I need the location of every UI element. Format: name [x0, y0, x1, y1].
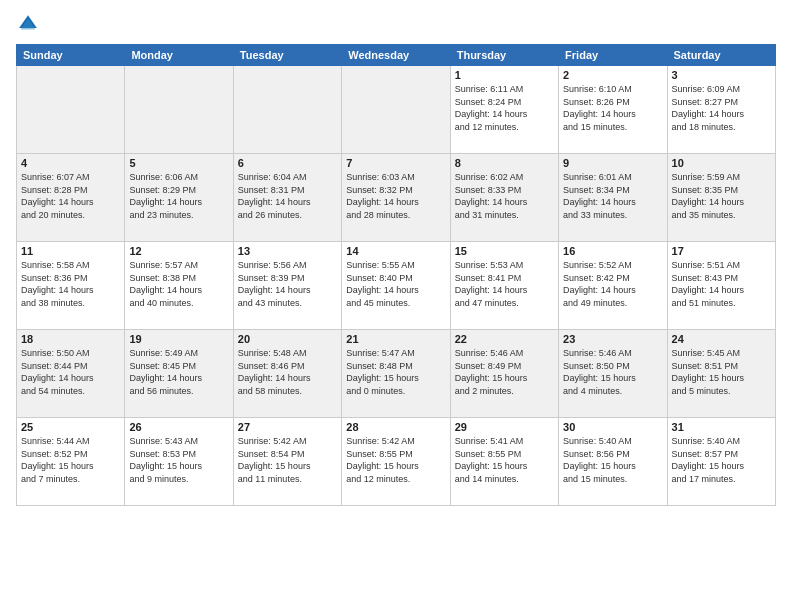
header — [16, 12, 776, 36]
calendar-cell: 14Sunrise: 5:55 AM Sunset: 8:40 PM Dayli… — [342, 242, 450, 330]
day-number: 27 — [238, 421, 337, 433]
day-number: 29 — [455, 421, 554, 433]
day-info: Sunrise: 6:10 AM Sunset: 8:26 PM Dayligh… — [563, 83, 662, 133]
calendar-cell: 3Sunrise: 6:09 AM Sunset: 8:27 PM Daylig… — [667, 66, 775, 154]
day-number: 2 — [563, 69, 662, 81]
calendar-cell: 2Sunrise: 6:10 AM Sunset: 8:26 PM Daylig… — [559, 66, 667, 154]
calendar-week-row: 4Sunrise: 6:07 AM Sunset: 8:28 PM Daylig… — [17, 154, 776, 242]
day-info: Sunrise: 5:51 AM Sunset: 8:43 PM Dayligh… — [672, 259, 771, 309]
day-number: 17 — [672, 245, 771, 257]
logo — [16, 12, 44, 36]
calendar-cell: 1Sunrise: 6:11 AM Sunset: 8:24 PM Daylig… — [450, 66, 558, 154]
calendar-cell: 9Sunrise: 6:01 AM Sunset: 8:34 PM Daylig… — [559, 154, 667, 242]
day-info: Sunrise: 5:46 AM Sunset: 8:50 PM Dayligh… — [563, 347, 662, 397]
day-info: Sunrise: 6:07 AM Sunset: 8:28 PM Dayligh… — [21, 171, 120, 221]
calendar-cell: 7Sunrise: 6:03 AM Sunset: 8:32 PM Daylig… — [342, 154, 450, 242]
calendar-cell — [125, 66, 233, 154]
calendar-cell: 11Sunrise: 5:58 AM Sunset: 8:36 PM Dayli… — [17, 242, 125, 330]
calendar-cell: 20Sunrise: 5:48 AM Sunset: 8:46 PM Dayli… — [233, 330, 341, 418]
weekday-header: Wednesday — [342, 45, 450, 66]
calendar-cell: 28Sunrise: 5:42 AM Sunset: 8:55 PM Dayli… — [342, 418, 450, 506]
day-number: 20 — [238, 333, 337, 345]
day-info: Sunrise: 5:42 AM Sunset: 8:55 PM Dayligh… — [346, 435, 445, 485]
calendar-cell: 15Sunrise: 5:53 AM Sunset: 8:41 PM Dayli… — [450, 242, 558, 330]
day-number: 12 — [129, 245, 228, 257]
day-info: Sunrise: 5:55 AM Sunset: 8:40 PM Dayligh… — [346, 259, 445, 309]
day-info: Sunrise: 6:06 AM Sunset: 8:29 PM Dayligh… — [129, 171, 228, 221]
calendar-week-row: 11Sunrise: 5:58 AM Sunset: 8:36 PM Dayli… — [17, 242, 776, 330]
day-info: Sunrise: 5:48 AM Sunset: 8:46 PM Dayligh… — [238, 347, 337, 397]
day-info: Sunrise: 5:42 AM Sunset: 8:54 PM Dayligh… — [238, 435, 337, 485]
day-number: 26 — [129, 421, 228, 433]
day-info: Sunrise: 5:56 AM Sunset: 8:39 PM Dayligh… — [238, 259, 337, 309]
calendar-cell: 21Sunrise: 5:47 AM Sunset: 8:48 PM Dayli… — [342, 330, 450, 418]
day-number: 19 — [129, 333, 228, 345]
calendar-week-row: 18Sunrise: 5:50 AM Sunset: 8:44 PM Dayli… — [17, 330, 776, 418]
calendar-cell: 4Sunrise: 6:07 AM Sunset: 8:28 PM Daylig… — [17, 154, 125, 242]
calendar-cell: 25Sunrise: 5:44 AM Sunset: 8:52 PM Dayli… — [17, 418, 125, 506]
day-number: 5 — [129, 157, 228, 169]
day-number: 30 — [563, 421, 662, 433]
calendar-cell: 17Sunrise: 5:51 AM Sunset: 8:43 PM Dayli… — [667, 242, 775, 330]
weekday-header: Monday — [125, 45, 233, 66]
day-info: Sunrise: 5:50 AM Sunset: 8:44 PM Dayligh… — [21, 347, 120, 397]
day-info: Sunrise: 6:01 AM Sunset: 8:34 PM Dayligh… — [563, 171, 662, 221]
calendar-cell: 19Sunrise: 5:49 AM Sunset: 8:45 PM Dayli… — [125, 330, 233, 418]
day-number: 18 — [21, 333, 120, 345]
day-info: Sunrise: 5:47 AM Sunset: 8:48 PM Dayligh… — [346, 347, 445, 397]
calendar-cell: 24Sunrise: 5:45 AM Sunset: 8:51 PM Dayli… — [667, 330, 775, 418]
day-info: Sunrise: 5:52 AM Sunset: 8:42 PM Dayligh… — [563, 259, 662, 309]
logo-icon — [16, 12, 40, 36]
day-info: Sunrise: 6:02 AM Sunset: 8:33 PM Dayligh… — [455, 171, 554, 221]
calendar-cell: 23Sunrise: 5:46 AM Sunset: 8:50 PM Dayli… — [559, 330, 667, 418]
day-number: 10 — [672, 157, 771, 169]
day-info: Sunrise: 5:41 AM Sunset: 8:55 PM Dayligh… — [455, 435, 554, 485]
day-info: Sunrise: 5:43 AM Sunset: 8:53 PM Dayligh… — [129, 435, 228, 485]
day-number: 4 — [21, 157, 120, 169]
day-info: Sunrise: 5:45 AM Sunset: 8:51 PM Dayligh… — [672, 347, 771, 397]
weekday-header: Tuesday — [233, 45, 341, 66]
day-number: 28 — [346, 421, 445, 433]
calendar: SundayMondayTuesdayWednesdayThursdayFrid… — [16, 44, 776, 506]
calendar-week-row: 25Sunrise: 5:44 AM Sunset: 8:52 PM Dayli… — [17, 418, 776, 506]
day-info: Sunrise: 5:44 AM Sunset: 8:52 PM Dayligh… — [21, 435, 120, 485]
day-number: 6 — [238, 157, 337, 169]
calendar-cell: 8Sunrise: 6:02 AM Sunset: 8:33 PM Daylig… — [450, 154, 558, 242]
calendar-cell: 31Sunrise: 5:40 AM Sunset: 8:57 PM Dayli… — [667, 418, 775, 506]
day-info: Sunrise: 5:57 AM Sunset: 8:38 PM Dayligh… — [129, 259, 228, 309]
day-number: 22 — [455, 333, 554, 345]
day-info: Sunrise: 5:59 AM Sunset: 8:35 PM Dayligh… — [672, 171, 771, 221]
day-info: Sunrise: 6:11 AM Sunset: 8:24 PM Dayligh… — [455, 83, 554, 133]
day-info: Sunrise: 5:53 AM Sunset: 8:41 PM Dayligh… — [455, 259, 554, 309]
day-number: 16 — [563, 245, 662, 257]
day-info: Sunrise: 5:46 AM Sunset: 8:49 PM Dayligh… — [455, 347, 554, 397]
calendar-cell — [342, 66, 450, 154]
calendar-cell: 26Sunrise: 5:43 AM Sunset: 8:53 PM Dayli… — [125, 418, 233, 506]
calendar-cell — [233, 66, 341, 154]
day-info: Sunrise: 5:49 AM Sunset: 8:45 PM Dayligh… — [129, 347, 228, 397]
day-info: Sunrise: 6:04 AM Sunset: 8:31 PM Dayligh… — [238, 171, 337, 221]
calendar-header-row: SundayMondayTuesdayWednesdayThursdayFrid… — [17, 45, 776, 66]
calendar-cell: 27Sunrise: 5:42 AM Sunset: 8:54 PM Dayli… — [233, 418, 341, 506]
weekday-header: Sunday — [17, 45, 125, 66]
weekday-header: Friday — [559, 45, 667, 66]
day-info: Sunrise: 5:58 AM Sunset: 8:36 PM Dayligh… — [21, 259, 120, 309]
calendar-cell: 6Sunrise: 6:04 AM Sunset: 8:31 PM Daylig… — [233, 154, 341, 242]
calendar-cell: 12Sunrise: 5:57 AM Sunset: 8:38 PM Dayli… — [125, 242, 233, 330]
calendar-cell: 10Sunrise: 5:59 AM Sunset: 8:35 PM Dayli… — [667, 154, 775, 242]
page: SundayMondayTuesdayWednesdayThursdayFrid… — [0, 0, 792, 612]
calendar-cell: 13Sunrise: 5:56 AM Sunset: 8:39 PM Dayli… — [233, 242, 341, 330]
day-info: Sunrise: 5:40 AM Sunset: 8:56 PM Dayligh… — [563, 435, 662, 485]
day-info: Sunrise: 6:09 AM Sunset: 8:27 PM Dayligh… — [672, 83, 771, 133]
day-number: 8 — [455, 157, 554, 169]
day-number: 24 — [672, 333, 771, 345]
weekday-header: Saturday — [667, 45, 775, 66]
calendar-cell — [17, 66, 125, 154]
weekday-header: Thursday — [450, 45, 558, 66]
calendar-cell: 18Sunrise: 5:50 AM Sunset: 8:44 PM Dayli… — [17, 330, 125, 418]
day-number: 14 — [346, 245, 445, 257]
calendar-cell: 30Sunrise: 5:40 AM Sunset: 8:56 PM Dayli… — [559, 418, 667, 506]
day-number: 3 — [672, 69, 771, 81]
day-number: 9 — [563, 157, 662, 169]
day-info: Sunrise: 6:03 AM Sunset: 8:32 PM Dayligh… — [346, 171, 445, 221]
